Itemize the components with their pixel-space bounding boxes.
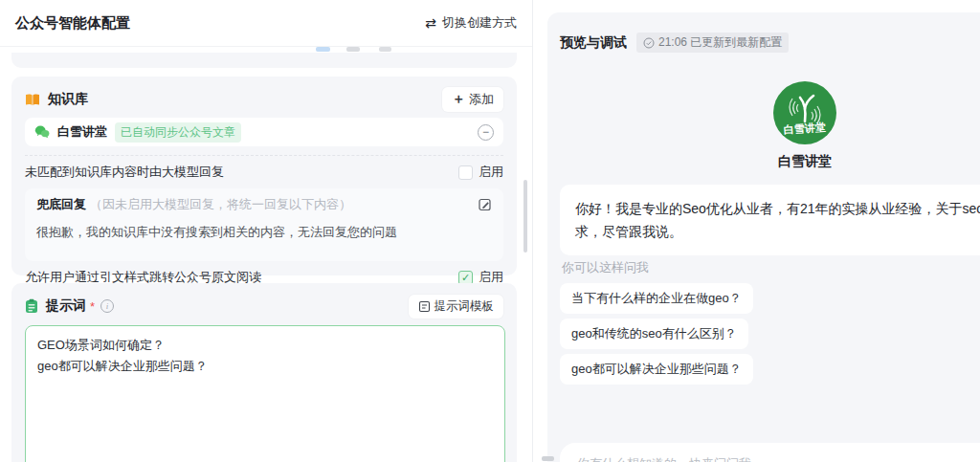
fallback-reply-content: 很抱歉，我的知识库中没有搜索到相关的内容，无法回复您的问题 [36,223,492,241]
llm-fallback-label: 未匹配到知识库内容时由大模型回复 [25,164,224,181]
knowledge-base-card: 知识库 ＋ 添加 白雪讲堂 已自动同步公众号文章 [11,77,517,275]
divider [25,155,503,156]
prompt-clipboard-icon [25,298,38,314]
plus-icon: ＋ [452,91,465,108]
switch-create-mode-button[interactable]: ⇄ 切换创建方式 [425,14,517,32]
fallback-reply-title: 兜底回复 [36,196,86,213]
left-panel-scrollbar[interactable] [523,180,527,253]
llm-fallback-toggle-label: 启用 [479,164,503,181]
knowledge-base-title: 知识库 [48,91,88,108]
screen: 公众号智能体配置 ⇄ 切换创建方式 知识库 [0,0,980,462]
chat-input-box[interactable] [560,443,980,462]
avatar: 白雪讲堂 [773,81,836,144]
prompt-textarea[interactable]: GEO场景词如何确定？ geo都可以解决企业那些问题？ [25,325,505,462]
preview-title: 预览与调试 [560,34,627,52]
add-knowledge-label: 添加 [469,91,494,108]
wechat-icon [34,125,50,139]
chat-input[interactable] [577,456,980,462]
fallback-reply-box: 兜底回复 （因未启用大模型回复，将统一回复以下内容） 很抱歉，我的知识库中没有搜… [25,188,503,261]
partial-card [11,53,517,68]
prompt-card: 提示词 * i 提示词模板 GEO场景词如何确定？ geo都可以解决企业那些问题… [11,283,517,462]
knowledge-base-item[interactable]: 白雪讲堂 已自动同步公众号文章 − [25,118,503,146]
prompt-template-button[interactable]: 提示词模板 [409,295,504,319]
info-icon[interactable]: i [100,299,114,313]
prompt-title: 提示词 [46,297,86,315]
chat-preview-card: 预览与调试 21:06 已更新到最新配置 [547,12,980,462]
suggestion-chip[interactable]: 当下有什么样的企业在做geo？ [560,283,753,314]
config-status-badge: 21:06 已更新到最新配置 [636,33,789,53]
suggestion-chip[interactable]: geo和传统的seo有什么区别？ [560,319,748,349]
config-header: 公众号智能体配置 ⇄ 切换创建方式 [0,0,532,47]
config-status-text: 21:06 已更新到最新配置 [658,34,782,51]
agent-name: 白雪讲堂 [709,153,901,170]
llm-fallback-checkbox[interactable] [458,165,473,180]
page-title: 公众号智能体配置 [15,14,130,33]
knowledge-base-icon [25,93,40,107]
prompt-template-label: 提示词模板 [434,298,495,315]
suggestion-chip[interactable]: geo都可以解决企业那些问题？ [560,354,753,385]
scroll-remnant [379,47,391,52]
preview-panel: 预览与调试 21:06 已更新到最新配置 [534,0,980,462]
scroll-remnant [316,47,330,52]
remove-knowledge-icon[interactable]: − [478,124,494,141]
llm-fallback-row: 未匹配到知识库内容时由大模型回复 启用 [25,163,503,182]
required-asterisk: * [90,299,95,314]
preview-header: 预览与调试 21:06 已更新到最新配置 [560,33,789,53]
welcome-message-bubble: 你好！我是专业的Seo优化从业者，有21年的实操从业经验，关于seo你有任何需 … [560,185,980,255]
suggestions-label: 你可以这样问我 [562,259,649,276]
add-knowledge-button[interactable]: ＋ 添加 [442,87,503,112]
config-panel: 公众号智能体配置 ⇄ 切换创建方式 知识库 [0,0,533,462]
knowledge-item-name: 白雪讲堂 [57,123,107,141]
check-circle-icon [643,37,655,49]
template-doc-icon [418,300,431,313]
sync-status-badge: 已自动同步公众号文章 [115,122,241,143]
switch-create-mode-label: 切换创建方式 [442,14,517,32]
swap-arrows-icon: ⇄ [425,15,436,31]
edit-icon[interactable] [479,198,492,211]
fallback-reply-hint: （因未启用大模型回复，将统一回复以下内容） [90,196,351,213]
partial-icon [542,456,554,461]
scroll-remnant [346,47,360,52]
